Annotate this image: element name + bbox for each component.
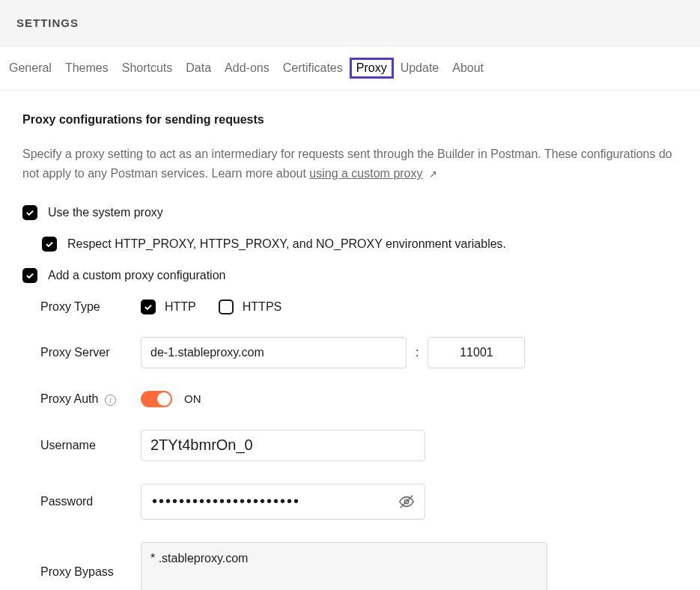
proxy-auth-controls: ON (141, 391, 201, 407)
proxy-server-controls: : (141, 337, 525, 368)
tab-shortcuts[interactable]: Shortcuts (122, 61, 173, 75)
respect-env-row: Respect HTTP_PROXY, HTTPS_PROXY, and NO_… (42, 237, 678, 252)
tab-data[interactable]: Data (186, 61, 211, 75)
proxy-host-input[interactable] (141, 337, 407, 368)
proxy-type-group: HTTP HTTPS (141, 299, 281, 314)
respect-env-checkbox[interactable] (42, 237, 57, 252)
tab-general[interactable]: General (9, 61, 52, 75)
custom-proxy-row: Add a custom proxy configuration (22, 268, 678, 283)
tab-themes[interactable]: Themes (65, 61, 109, 75)
system-proxy-checkbox[interactable] (22, 205, 37, 220)
proxy-auth-label-text: Proxy Auth (40, 392, 98, 405)
proxy-form: Proxy Type HTTP HTTPS Proxy Server : (40, 299, 678, 590)
proxy-auth-state: ON (184, 392, 201, 405)
eye-off-icon[interactable] (398, 493, 415, 510)
proxy-server-label: Proxy Server (40, 346, 141, 359)
password-row: Password (40, 484, 678, 520)
page-title: SETTINGS (16, 16, 684, 29)
checkmark-icon (44, 239, 55, 249)
password-wrap (141, 484, 425, 520)
tab-proxy[interactable]: Proxy (352, 60, 392, 76)
link-text: using a custom proxy (309, 167, 422, 180)
username-input[interactable] (141, 430, 425, 461)
proxy-type-http: HTTP (141, 299, 196, 314)
proxy-port-input[interactable] (427, 337, 525, 368)
custom-proxy-label: Add a custom proxy configuration (48, 269, 225, 282)
settings-header: SETTINGS (0, 0, 700, 46)
custom-proxy-checkbox[interactable] (22, 268, 37, 283)
https-checkbox[interactable] (219, 299, 234, 314)
proxy-type-https: HTTPS (219, 299, 281, 314)
respect-env-label: Respect HTTP_PROXY, HTTPS_PROXY, and NO_… (67, 237, 506, 251)
password-input[interactable] (141, 484, 425, 520)
proxy-type-label: Proxy Type (40, 300, 141, 314)
host-port-separator: : (414, 346, 420, 359)
proxy-server-row: Proxy Server : (40, 337, 678, 368)
http-label: HTTP (165, 300, 196, 314)
password-controls (141, 484, 425, 520)
checkmark-icon (25, 207, 35, 218)
proxy-auth-toggle[interactable] (141, 391, 172, 407)
proxy-auth-label: Proxy Auth i (40, 392, 141, 406)
bypass-textarea[interactable] (141, 542, 547, 590)
tab-addons[interactable]: Add-ons (225, 61, 270, 75)
bypass-row: Proxy Bypass (40, 542, 678, 590)
username-row: Username (40, 430, 678, 461)
username-controls (141, 430, 425, 461)
settings-tabs: General Themes Shortcuts Data Add-ons Ce… (0, 46, 700, 91)
http-checkbox[interactable] (141, 299, 156, 314)
external-link-icon: ↗ (429, 166, 437, 182)
proxy-settings-panel: Proxy configurations for sending request… (0, 91, 700, 590)
proxy-type-row: Proxy Type HTTP HTTPS (40, 299, 678, 314)
username-label: Username (40, 439, 141, 452)
bypass-controls (141, 542, 547, 590)
section-title: Proxy configurations for sending request… (22, 113, 678, 127)
checkmark-icon (143, 302, 153, 312)
section-description: Specify a proxy setting to act as an int… (22, 145, 678, 184)
tab-about[interactable]: About (452, 61, 484, 75)
https-label: HTTPS (243, 300, 281, 314)
tab-certificates[interactable]: Certificates (283, 61, 343, 75)
tab-update[interactable]: Update (401, 61, 439, 75)
password-label: Password (40, 495, 141, 508)
bypass-label: Proxy Bypass (40, 565, 141, 579)
toggle-thumb (157, 392, 171, 406)
custom-proxy-link[interactable]: using a custom proxy (309, 167, 422, 180)
system-proxy-label: Use the system proxy (48, 206, 163, 219)
info-icon[interactable]: i (105, 395, 116, 406)
checkmark-icon (25, 270, 35, 281)
system-proxy-row: Use the system proxy (22, 205, 678, 220)
proxy-auth-row: Proxy Auth i ON (40, 391, 678, 407)
